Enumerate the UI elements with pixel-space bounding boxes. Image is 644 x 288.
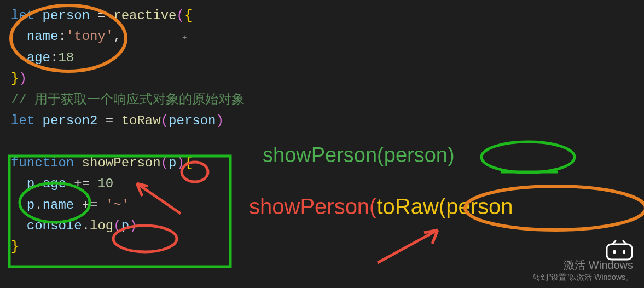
code-line: let person = reactive({ — [11, 5, 633, 26]
code-line: }) — [11, 68, 633, 89]
code-line: age:18 — [11, 48, 633, 68]
code-line: p.name += '~' — [11, 195, 633, 216]
svg-rect-9 — [623, 250, 625, 254]
code-line — [11, 131, 633, 152]
watermark-subtitle: 转到"设置"以激活 Windows。 — [533, 273, 633, 283]
svg-rect-8 — [613, 250, 616, 254]
watermark-title: 激活 Windows — [533, 258, 633, 273]
code-line: function showPerson(p){ — [11, 153, 633, 174]
code-line: console.log(p) — [11, 216, 633, 237]
code-line: } — [11, 237, 633, 257]
code-line: name:'tony', — [11, 26, 633, 47]
code-editor[interactable]: let person = reactive({ name:'tony', age… — [0, 0, 644, 263]
code-line: // 用于获取一个响应式对象的原始对象 — [11, 90, 633, 111]
gutter-plus-icon: + — [182, 32, 187, 44]
svg-rect-7 — [607, 244, 632, 260]
windows-activation-watermark: 激活 Windows 转到"设置"以激活 Windows。 — [533, 258, 633, 283]
code-line: p.age += 10 — [11, 174, 633, 194]
code-line: let person2 = toRaw(person) — [11, 111, 633, 131]
